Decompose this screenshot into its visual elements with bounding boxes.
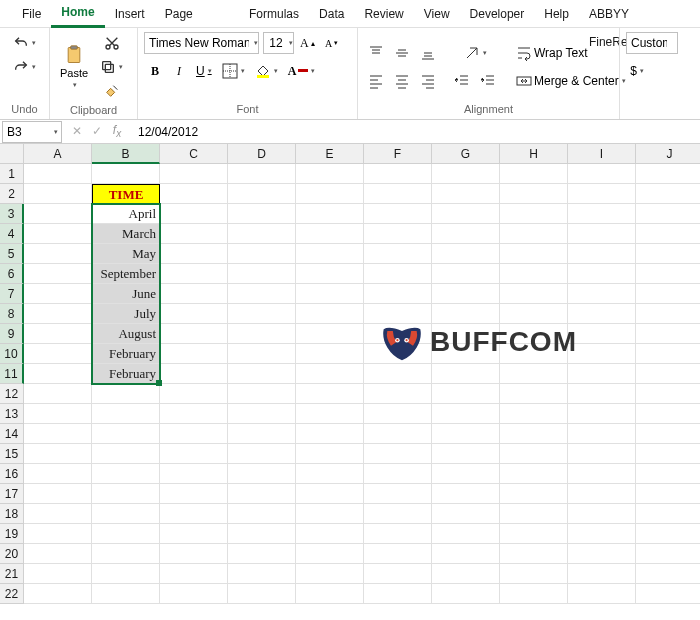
cell-b9[interactable]: August xyxy=(92,324,160,344)
cell[interactable] xyxy=(432,404,500,424)
font-name-input[interactable] xyxy=(145,33,253,53)
tab-page-layout[interactable]: Page Layout xyxy=(155,0,239,28)
cell-b10[interactable]: February xyxy=(92,344,160,364)
cell[interactable] xyxy=(500,264,568,284)
cell[interactable] xyxy=(228,204,296,224)
cell[interactable] xyxy=(636,424,700,444)
cell[interactable] xyxy=(296,384,364,404)
cell[interactable] xyxy=(432,284,500,304)
font-color-button[interactable]: A▾ xyxy=(284,60,320,82)
cell[interactable] xyxy=(432,204,500,224)
cell[interactable] xyxy=(228,464,296,484)
cell[interactable] xyxy=(296,204,364,224)
cell[interactable] xyxy=(92,424,160,444)
cell[interactable] xyxy=(24,464,92,484)
font-size-box[interactable]: ▾ xyxy=(263,32,294,54)
cell[interactable] xyxy=(636,504,700,524)
copy-button[interactable]: ▾ xyxy=(96,56,127,78)
cell[interactable] xyxy=(228,244,296,264)
cell[interactable] xyxy=(228,184,296,204)
shrink-font-button[interactable]: A▾ xyxy=(321,32,343,54)
cell[interactable] xyxy=(296,184,364,204)
number-format-input[interactable] xyxy=(627,33,671,53)
cell[interactable] xyxy=(24,204,92,224)
wrap-text-button[interactable]: Wrap Text xyxy=(512,42,622,64)
fill-color-button[interactable]: ▾ xyxy=(251,60,282,82)
cell[interactable] xyxy=(568,184,636,204)
cell[interactable] xyxy=(432,244,500,264)
cell[interactable] xyxy=(364,304,432,324)
orientation-button[interactable]: ▾ xyxy=(460,42,491,64)
cell[interactable] xyxy=(636,344,700,364)
cell[interactable] xyxy=(636,264,700,284)
cell[interactable] xyxy=(92,404,160,424)
col-header[interactable]: C xyxy=(160,144,228,164)
cell[interactable] xyxy=(296,344,364,364)
cell[interactable] xyxy=(500,524,568,544)
cell-b4[interactable]: March xyxy=(92,224,160,244)
cell[interactable] xyxy=(432,384,500,404)
cell[interactable] xyxy=(24,584,92,604)
cell[interactable] xyxy=(160,424,228,444)
cell[interactable] xyxy=(228,164,296,184)
cell[interactable] xyxy=(228,364,296,384)
select-all-corner[interactable] xyxy=(0,144,24,164)
cell[interactable] xyxy=(568,344,636,364)
cell[interactable] xyxy=(500,444,568,464)
cell[interactable] xyxy=(500,484,568,504)
cell[interactable] xyxy=(364,424,432,444)
underline-button[interactable]: U▾ xyxy=(192,60,216,82)
tab-help[interactable]: Help xyxy=(534,0,579,28)
cell[interactable] xyxy=(364,544,432,564)
row-header[interactable]: 5 xyxy=(0,244,24,264)
cell[interactable] xyxy=(432,184,500,204)
cell[interactable] xyxy=(92,544,160,564)
cell[interactable] xyxy=(364,344,432,364)
cell[interactable] xyxy=(568,524,636,544)
cell[interactable] xyxy=(636,484,700,504)
cell[interactable] xyxy=(500,464,568,484)
cell[interactable] xyxy=(636,224,700,244)
cell[interactable] xyxy=(432,524,500,544)
cell[interactable] xyxy=(160,544,228,564)
cell[interactable] xyxy=(364,164,432,184)
cell[interactable] xyxy=(228,484,296,504)
cell[interactable] xyxy=(500,404,568,424)
cancel-formula-button[interactable]: ✕ xyxy=(68,124,86,138)
cell[interactable] xyxy=(160,184,228,204)
row-header[interactable]: 9 xyxy=(0,324,24,344)
cell[interactable] xyxy=(568,504,636,524)
tab-developer[interactable]: Developer xyxy=(460,0,535,28)
cell[interactable] xyxy=(568,364,636,384)
cell[interactable] xyxy=(228,284,296,304)
cell[interactable] xyxy=(364,444,432,464)
cell[interactable] xyxy=(160,344,228,364)
name-box[interactable]: ▾ xyxy=(2,121,62,143)
tab-file[interactable]: File xyxy=(12,0,51,28)
cell[interactable] xyxy=(228,224,296,244)
cell[interactable] xyxy=(500,224,568,244)
cell[interactable] xyxy=(568,444,636,464)
cell[interactable] xyxy=(568,484,636,504)
bold-button[interactable]: B xyxy=(144,60,166,82)
cell[interactable] xyxy=(636,544,700,564)
cell[interactable] xyxy=(228,544,296,564)
align-bottom-button[interactable] xyxy=(416,42,440,64)
tab-insert[interactable]: Insert xyxy=(105,0,155,28)
col-header[interactable]: B xyxy=(92,144,160,164)
row-header[interactable]: 22 xyxy=(0,584,24,604)
row-header[interactable]: 7 xyxy=(0,284,24,304)
cell[interactable] xyxy=(568,304,636,324)
tab-home[interactable]: Home xyxy=(51,0,104,28)
cell[interactable] xyxy=(160,524,228,544)
cell[interactable] xyxy=(500,364,568,384)
cell[interactable] xyxy=(636,444,700,464)
cell[interactable] xyxy=(296,584,364,604)
cell[interactable] xyxy=(160,324,228,344)
col-header[interactable]: G xyxy=(432,144,500,164)
cell[interactable] xyxy=(636,304,700,324)
row-header[interactable]: 17 xyxy=(0,484,24,504)
cell[interactable] xyxy=(296,464,364,484)
cell[interactable] xyxy=(568,584,636,604)
tab-data[interactable]: Data xyxy=(309,0,354,28)
